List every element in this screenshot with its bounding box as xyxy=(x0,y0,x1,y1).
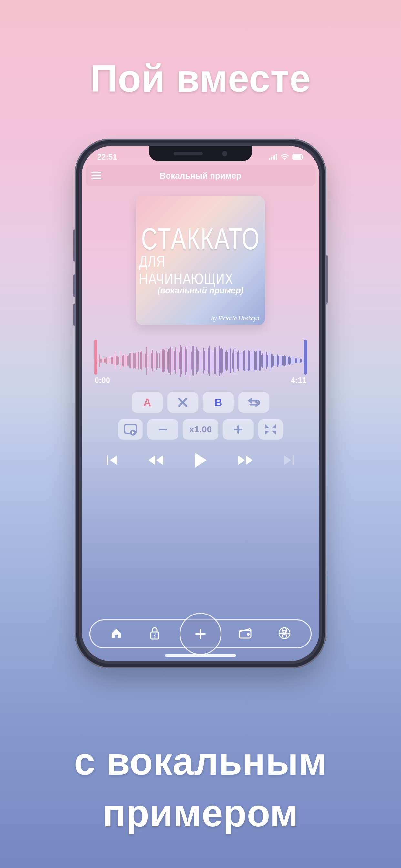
loop-start-marker[interactable] xyxy=(94,340,97,375)
skip-back-button[interactable] xyxy=(104,453,120,468)
speed-up-button[interactable] xyxy=(223,419,254,440)
loop-b-button[interactable]: B xyxy=(203,392,234,413)
status-time: 22:51 xyxy=(97,152,117,161)
time-elapsed: 0:00 xyxy=(95,376,110,385)
x-icon xyxy=(177,397,188,408)
header-title: Вокальный пример xyxy=(101,171,300,181)
nav-home[interactable] xyxy=(110,627,123,641)
phone-frame: 22:51 Вокальный пример СТ xyxy=(74,139,327,669)
album-title-2: ДЛЯ НАЧИНАЮЩИХ xyxy=(139,253,262,288)
skip-forward-icon xyxy=(281,453,297,468)
speed-display: x1.00 xyxy=(183,419,218,440)
svg-rect-15 xyxy=(106,455,109,465)
album-byline: by Victoria Linskaya xyxy=(211,315,259,322)
home-icon xyxy=(110,627,123,640)
play-icon xyxy=(191,451,210,469)
promo-text-top: Пой вместе xyxy=(0,57,401,100)
battery-icon xyxy=(292,154,304,160)
skip-forward-button[interactable] xyxy=(281,453,297,468)
wifi-icon xyxy=(281,154,289,160)
svg-rect-1 xyxy=(271,157,273,160)
home-indicator xyxy=(165,654,236,657)
svg-rect-3 xyxy=(276,154,277,160)
playback-controls xyxy=(82,451,319,469)
time-total: 4:11 xyxy=(291,376,306,385)
svg-rect-16 xyxy=(292,455,295,465)
loop-a-button[interactable]: A xyxy=(132,392,163,413)
skip-back-icon xyxy=(104,453,120,468)
fab-add[interactable]: + xyxy=(180,613,221,655)
repeat-button[interactable] xyxy=(238,392,269,413)
svg-text:𝄞: 𝄞 xyxy=(153,633,156,639)
fast-forward-icon xyxy=(236,453,255,468)
repeat-icon xyxy=(246,397,262,408)
wallet-icon xyxy=(238,627,252,640)
nav-profile[interactable] xyxy=(278,626,291,641)
lock-music-icon: 𝄞 xyxy=(148,626,161,640)
pip-return-button[interactable] xyxy=(118,419,143,440)
svg-rect-7 xyxy=(303,156,304,158)
svg-rect-6 xyxy=(293,155,301,159)
phone-screen: 22:51 Вокальный пример СТ xyxy=(82,146,319,661)
svg-rect-0 xyxy=(269,158,270,160)
minus-icon xyxy=(158,425,167,434)
rewind-icon xyxy=(146,453,165,468)
svg-point-24 xyxy=(283,630,286,633)
app-header: Вокальный пример xyxy=(86,165,315,186)
phone-notch xyxy=(149,146,252,161)
loop-clear-button[interactable] xyxy=(167,392,198,413)
collapse-button[interactable] xyxy=(258,419,283,440)
rewind-button[interactable] xyxy=(146,453,165,468)
hamburger-icon[interactable] xyxy=(91,172,101,179)
fast-forward-button[interactable] xyxy=(236,453,255,468)
plus-icon xyxy=(234,425,243,434)
plus-icon: + xyxy=(194,622,206,646)
profile-globe-icon xyxy=(278,626,291,640)
svg-point-20 xyxy=(248,633,249,635)
play-button[interactable] xyxy=(191,451,210,469)
waveform[interactable]: 0:00 4:11 xyxy=(91,337,310,385)
loop-end-marker[interactable] xyxy=(304,340,307,375)
nav-wallet[interactable] xyxy=(238,627,252,641)
promo-text-bottom1: с вокальным xyxy=(0,740,401,783)
svg-rect-2 xyxy=(274,155,275,160)
album-title-1: СТАККАТО xyxy=(141,221,260,256)
collapse-icon xyxy=(264,423,277,436)
cellular-icon xyxy=(269,154,277,160)
album-art: СТАККАТО ДЛЯ НАЧИНАЮЩИХ (вокальный приме… xyxy=(136,196,265,325)
promo-text-bottom2: примером xyxy=(0,791,401,835)
svg-point-4 xyxy=(284,159,285,160)
loop-controls: A B xyxy=(82,392,319,413)
pip-return-icon xyxy=(123,423,137,436)
speed-controls: x1.00 xyxy=(82,419,319,440)
speed-down-button[interactable] xyxy=(147,419,178,440)
nav-library[interactable]: 𝄞 xyxy=(148,626,161,642)
